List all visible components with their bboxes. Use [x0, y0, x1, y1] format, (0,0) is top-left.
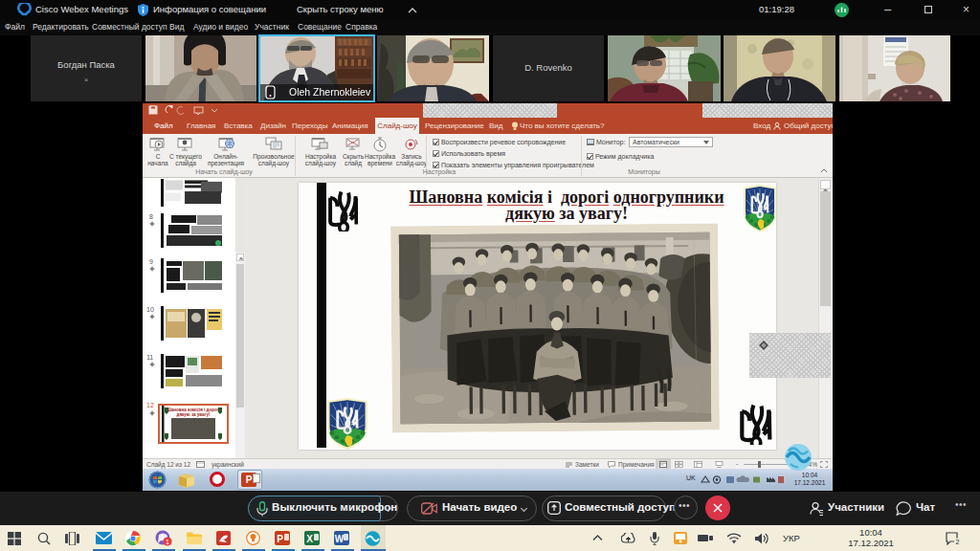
svg-text:1: 1	[166, 539, 169, 545]
svg-text:P: P	[277, 534, 283, 544]
svg-text:W: W	[335, 534, 345, 544]
svg-text:дякую за увагу!: дякую за увагу!	[177, 412, 211, 417]
svg-text:Oleh Zhernokleiev: Oleh Zhernokleiev	[289, 86, 371, 98]
svg-text:2: 2	[956, 539, 960, 545]
svg-text:X: X	[306, 534, 313, 544]
